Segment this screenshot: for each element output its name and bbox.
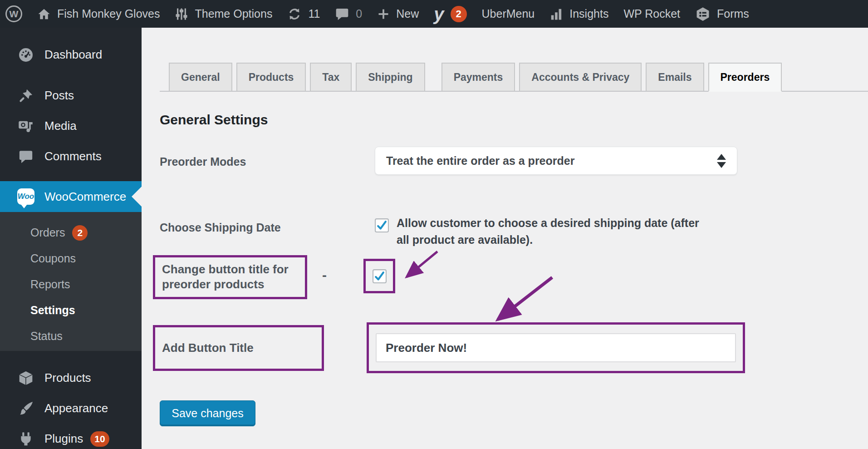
bar-chart-icon	[549, 7, 563, 21]
site-home-link[interactable]: Fish Monkey Gloves	[37, 7, 160, 21]
comment-bubble-icon	[17, 149, 34, 164]
tab-tax[interactable]: Tax	[310, 63, 352, 91]
checkmark-icon	[376, 220, 387, 231]
sidebar-item-products[interactable]: Products	[0, 363, 142, 393]
preorder-modes-selected-value: Treat the entire order as a preorder	[386, 154, 717, 168]
change-button-title-label: Change button title for preorder product…	[162, 262, 305, 292]
sidebar-item-label: Dashboard	[44, 48, 102, 62]
home-icon	[37, 7, 51, 21]
ubermenu-link[interactable]: UberMenu	[482, 7, 535, 20]
sidebar-item-media[interactable]: Media	[0, 111, 142, 141]
save-changes-button[interactable]: Save changes	[160, 400, 255, 426]
tab-general[interactable]: General	[169, 63, 232, 91]
tab-preorders[interactable]: Preorders	[708, 63, 782, 92]
theme-options-label: Theme Options	[195, 7, 272, 20]
cube-box-icon	[17, 370, 34, 386]
wp-rocket-label: WP Rocket	[623, 7, 680, 20]
menu-separator	[0, 172, 142, 181]
annotation-arrow-small	[396, 248, 446, 286]
dashboard-gauge-icon	[17, 47, 34, 63]
dash-separator: -	[322, 267, 327, 283]
woocommerce-icon: Woo	[17, 188, 34, 205]
sidebar-item-posts[interactable]: Posts	[0, 80, 142, 111]
forms-label: Forms	[717, 7, 749, 20]
choose-shipping-date-description: Allow customer to choose a desired shipp…	[397, 215, 714, 248]
menu-lower-group: Products Appearance Plugins 10	[0, 363, 142, 449]
updates-link[interactable]: 11	[287, 7, 320, 21]
sidebar-item-label: Plugins	[44, 432, 83, 446]
new-label: New	[396, 7, 419, 20]
wordpress-logo-icon: W	[5, 5, 22, 22]
ubermenu-label: UberMenu	[482, 7, 535, 20]
paintbrush-icon	[17, 400, 34, 417]
button-title-input[interactable]	[376, 333, 736, 362]
annotation-box-title-input	[367, 322, 745, 373]
sidebar-subitem-status[interactable]: Status	[0, 323, 142, 349]
sidebar-item-comments[interactable]: Comments	[0, 141, 142, 172]
sidebar-subitem-settings[interactable]: Settings	[0, 297, 142, 323]
update-count: 11	[308, 7, 320, 20]
sidebar-item-label: Media	[44, 119, 77, 133]
tab-accounts-privacy[interactable]: Accounts & Privacy	[519, 63, 642, 91]
tab-shipping[interactable]: Shipping	[356, 63, 425, 91]
preorder-modes-label: Preorder Modes	[160, 155, 246, 168]
plug-icon	[17, 431, 34, 447]
tab-payments[interactable]: Payments	[441, 63, 515, 91]
gravity-forms-hexagon-icon	[695, 6, 711, 22]
sidebar-subitem-reports[interactable]: Reports	[0, 271, 142, 297]
add-button-title-label: Add Button Title	[162, 341, 254, 355]
sidebar-item-label: Comments	[44, 149, 102, 163]
tab-products[interactable]: Products	[236, 63, 306, 91]
plus-icon	[377, 8, 390, 20]
admin-sidebar: Dashboard Posts Media Comments	[0, 28, 142, 449]
choose-shipping-date-label: Choose Shipping Date	[160, 221, 281, 234]
forms-link[interactable]: Forms	[695, 6, 749, 22]
yoast-seo-menu[interactable]: y 2	[434, 6, 466, 22]
admin-top-bar: W Fish Monkey Gloves Theme Options 11	[0, 0, 868, 28]
select-updown-icon	[717, 154, 726, 168]
sidebar-item-appearance[interactable]: Appearance	[0, 393, 142, 424]
woocommerce-submenu: Orders 2 Coupons Reports Settings Status	[0, 212, 142, 351]
update-arrows-icon	[287, 7, 302, 21]
comments-link[interactable]: 0	[335, 7, 362, 21]
sidebar-item-woocommerce[interactable]: Woo WooCommerce	[0, 181, 142, 212]
orders-count-badge: 2	[72, 225, 88, 241]
sliders-icon	[175, 7, 188, 21]
change-button-title-checkbox[interactable]	[373, 269, 387, 283]
current-menu-arrow	[132, 187, 142, 207]
insights-label: Insights	[569, 7, 608, 20]
wp-rocket-link[interactable]: WP Rocket	[623, 7, 680, 20]
checkmark-icon	[374, 271, 385, 282]
sidebar-item-label: Products	[44, 371, 91, 385]
plugins-count-badge: 10	[90, 431, 109, 447]
annotation-box-change-button-title: Change button title for preorder product…	[153, 255, 307, 299]
site-name: Fish Monkey Gloves	[57, 7, 160, 20]
comment-count: 0	[356, 7, 362, 20]
sidebar-item-label: WooCommerce	[44, 190, 126, 204]
tab-emails[interactable]: Emails	[646, 63, 704, 91]
yoast-notification-badge: 2	[451, 6, 467, 22]
preorder-modes-select[interactable]: Treat the entire order as a preorder	[375, 147, 737, 175]
annotation-box-checkbox	[363, 259, 395, 293]
menu-separator	[0, 70, 142, 80]
sidebar-subitem-coupons[interactable]: Coupons	[0, 246, 142, 271]
sidebar-item-label: Appearance	[44, 401, 108, 415]
sidebar-item-label: Posts	[44, 89, 74, 103]
comment-bubble-icon	[335, 7, 349, 21]
new-content-button[interactable]: New	[377, 7, 419, 20]
annotation-arrow-large	[477, 273, 559, 330]
annotation-box-add-button-title: Add Button Title	[153, 325, 324, 371]
sidebar-item-dashboard[interactable]: Dashboard	[0, 39, 142, 70]
yoast-seo-icon: y	[434, 6, 444, 22]
page-title: General Settings	[160, 112, 268, 128]
pushpin-icon	[17, 88, 34, 104]
insights-link[interactable]: Insights	[549, 7, 608, 21]
settings-tab-bar: General Products Tax Shipping Payments A…	[160, 63, 868, 92]
choose-shipping-date-checkbox[interactable]	[375, 218, 389, 232]
sidebar-item-plugins[interactable]: Plugins 10	[0, 424, 142, 449]
settings-page: General Products Tax Shipping Payments A…	[142, 28, 868, 449]
camera-media-icon	[17, 118, 34, 134]
sidebar-subitem-orders[interactable]: Orders 2	[0, 220, 142, 246]
wordpress-menu-button[interactable]: W	[5, 5, 22, 22]
theme-options-link[interactable]: Theme Options	[175, 7, 272, 21]
